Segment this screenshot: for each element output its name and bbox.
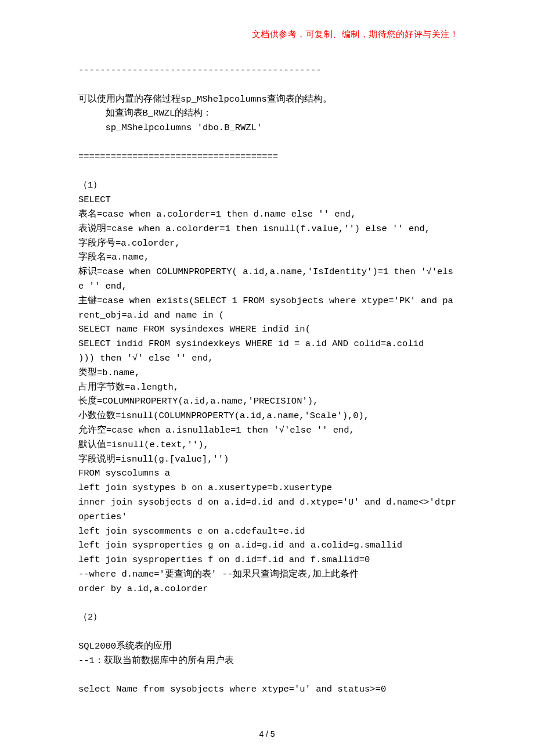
code-line: --1：获取当前数据库中的所有用户表 [78,656,234,666]
page-number: 4 / 5 [0,729,534,739]
code-line: 表名=case when a.colorder=1 then d.name el… [78,209,356,219]
code-line: 字段序号=a.colorder, [78,238,181,249]
section-label: （2） [78,612,102,622]
header-note: 文档供参考，可复制、编制，期待您的好评与关注！ [78,29,459,40]
divider-line: ===================================== [78,152,278,162]
code-line: left join systypes b on a.xusertype=b.xu… [78,483,332,493]
code-line: 字段说明=isnull(g.[value],'') [78,454,229,465]
code-line: left join sysproperties f on d.id=f.id a… [78,555,370,565]
code-line: SELECT [78,195,111,205]
code-line: select Name from sysobjects where xtype=… [78,684,386,694]
code-line: 主键=case when exists(SELECT 1 FROM sysobj… [78,296,453,321]
paragraph-line: sp_MShelpcolumns 'dbo.B_RWZL' [78,123,262,133]
document-page: 文档供参考，可复制、编制，期待您的好评与关注！ ----------------… [0,0,534,756]
code-line: 标识=case when COLUMNPROPERTY( a.id,a.name… [78,267,453,291]
code-line: order by a.id,a.colorder [78,584,208,594]
section-label: （1） [78,180,102,190]
code-line: inner join sysobjects d on a.id=d.id and… [78,497,456,522]
code-line: SELECT indid FROM sysindexkeys WHERE id … [78,339,424,349]
code-line: FROM syscolumns a [78,468,170,478]
code-line: 小数位数=isnull(COLUMNPROPERTY(a.id,a.name,'… [78,411,369,421]
divider-line: ----------------------------------------… [78,65,322,75]
code-line: --where d.name='要查询的表' --如果只查询指定表,加上此条件 [78,569,359,579]
code-line: 表说明=case when a.colorder=1 then isnull(f… [78,224,430,234]
code-line: SQL2000系统表的应用 [78,641,172,651]
code-line: 允许空=case when a.isnullable=1 then '√'els… [78,425,355,435]
paragraph-line: 如查询表B_RWZL的结构： [78,108,212,118]
document-body: ----------------------------------------… [78,63,459,697]
code-line: 长度=COLUMNPROPERTY(a.id,a.name,'PRECISION… [78,396,318,406]
code-line: left join syscomments e on a.cdefault=e.… [78,526,305,537]
code-line: SELECT name FROM sysindexes WHERE indid … [78,324,311,334]
code-line: 类型=b.name, [78,368,140,378]
code-line: ))) then '√' else '' end, [78,353,214,363]
paragraph-line: 可以使用内置的存储过程sp_MShelpcolumns查询表的结构。 [78,94,332,105]
code-line: 占用字节数=a.length, [78,382,179,393]
code-line: left join sysproperties g on a.id=g.id a… [78,540,402,550]
code-line: 字段名=a.name, [78,252,149,262]
code-line: 默认值=isnull(e.text,''), [78,440,209,450]
